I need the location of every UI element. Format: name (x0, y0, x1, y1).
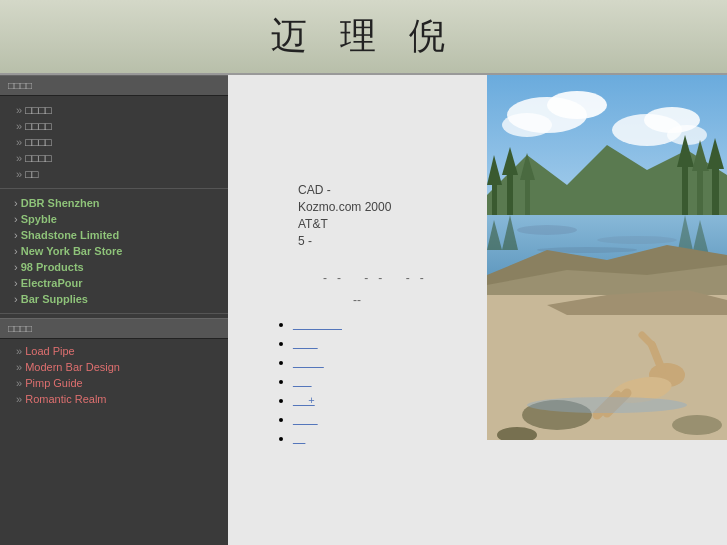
electrapour-link[interactable]: ElectraPour (21, 277, 83, 289)
svg-rect-16 (697, 165, 703, 215)
svg-point-39 (672, 415, 722, 435)
list-item[interactable]: Pimp Guide (0, 375, 228, 391)
list-item[interactable]: Shadstone Limited (0, 227, 228, 243)
main-layout: □□□□ □□□□ □□□□ □□□□ □□□□ □□ DBR Shenzhen… (0, 75, 727, 545)
sidebar-link-list: DBR Shenzhen Spyble Shadstone Limited Ne… (0, 189, 228, 314)
svg-point-2 (547, 91, 607, 119)
svg-rect-14 (682, 160, 688, 215)
shadstone-link[interactable]: Shadstone Limited (21, 229, 119, 241)
list-item[interactable]: New York Bar Store (0, 243, 228, 259)
sidebar-section2-title: □□□□ (0, 318, 228, 339)
list-item[interactable]: Spyble (0, 211, 228, 227)
new-york-bar-store-link[interactable]: New York Bar Store (21, 245, 123, 257)
list-item[interactable]: Load Pipe (0, 343, 228, 359)
modern-bar-design-link[interactable]: Modern Bar Design (25, 361, 120, 373)
98products-link[interactable]: 98 Products (21, 261, 84, 273)
svg-point-21 (517, 225, 577, 235)
bullet-link-1[interactable]: ________ (293, 318, 342, 330)
sidebar-links2: Load Pipe Modern Bar Design Pimp Guide R… (0, 339, 228, 411)
sidebar: □□□□ □□□□ □□□□ □□□□ □□□□ □□ DBR Shenzhen… (0, 75, 228, 545)
sidebar-nav-list: □□□□ □□□□ □□□□ □□□□ □□ (0, 96, 228, 189)
romantic-realm-link[interactable]: Romantic Realm (25, 393, 106, 405)
site-title: 迈 理 倪 (271, 12, 457, 61)
bullet-link-6[interactable]: ____ (293, 413, 317, 425)
pimp-guide-link[interactable]: Pimp Guide (25, 377, 82, 389)
content-area: CAD - Kozmo.com 2000 AT&T 5 - -- -- -- -… (228, 75, 727, 545)
svg-rect-18 (712, 163, 719, 215)
spyble-link[interactable]: Spyble (21, 213, 57, 225)
list-item[interactable]: ElectraPour (0, 275, 228, 291)
sidebar-nav-link[interactable]: □□□□ (25, 136, 52, 148)
sidebar-nav-link[interactable]: □□□□ (25, 104, 52, 116)
sidebar-nav-link[interactable]: □□□□ (25, 120, 52, 132)
svg-point-22 (597, 236, 677, 244)
header: 迈 理 倪 (0, 0, 727, 75)
svg-rect-10 (507, 170, 513, 215)
svg-point-3 (502, 113, 552, 137)
bullet-link-7[interactable]: __ (293, 432, 305, 444)
dbr-shenzhen-link[interactable]: DBR Shenzhen (21, 197, 100, 209)
bullet-link-4[interactable]: ___ (293, 375, 311, 387)
load-pipe-link[interactable]: Load Pipe (25, 345, 75, 357)
bullet-link-3[interactable]: _____ (293, 356, 324, 368)
sidebar-nav-link[interactable]: □□□□ (25, 152, 52, 164)
svg-point-41 (527, 397, 687, 413)
sidebar-nav-item[interactable]: □□□□ (0, 134, 228, 150)
sidebar-nav-item[interactable]: □□□□ (0, 118, 228, 134)
sidebar-nav-item[interactable]: □□□□ (0, 102, 228, 118)
bar-supplies-link[interactable]: Bar Supplies (21, 293, 88, 305)
landscape-photo (487, 75, 727, 440)
list-item[interactable]: 98 Products (0, 259, 228, 275)
photo-container (487, 75, 727, 440)
list-item[interactable]: Bar Supplies (0, 291, 228, 307)
sidebar-nav-link[interactable]: □□ (25, 168, 38, 180)
svg-rect-12 (525, 175, 530, 215)
list-item[interactable]: Romantic Realm (0, 391, 228, 407)
list-item[interactable]: Modern Bar Design (0, 359, 228, 375)
sidebar-nav-item[interactable]: □□ (0, 166, 228, 182)
sidebar-section1-title: □□□□ (0, 75, 228, 96)
sidebar-nav-item[interactable]: □□□□ (0, 150, 228, 166)
svg-point-6 (667, 125, 707, 145)
bullet-link-5[interactable]: __ + (293, 394, 315, 406)
bullet-link-2[interactable]: ____ (293, 337, 317, 349)
list-item[interactable]: DBR Shenzhen (0, 195, 228, 211)
